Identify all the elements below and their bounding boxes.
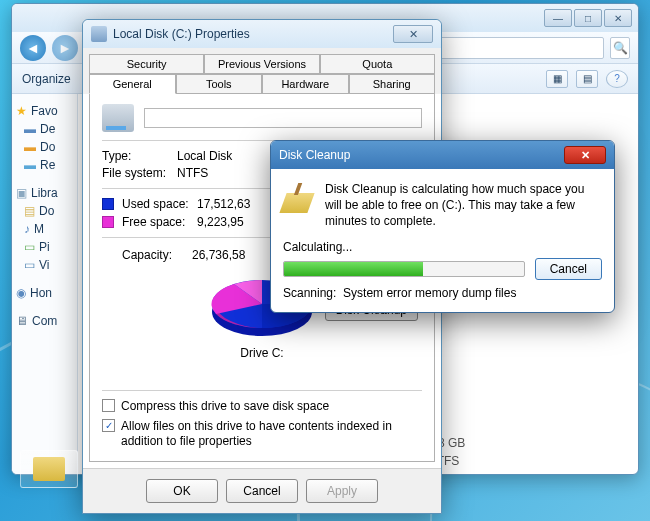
apply-button[interactable]: Apply: [306, 479, 378, 503]
sidebar-item-documents[interactable]: ▤Do: [16, 202, 73, 220]
scanning-label: Scanning:: [283, 286, 336, 300]
scanning-value: System error memory dump files: [343, 286, 516, 300]
cleanup-title: Disk Cleanup: [279, 148, 564, 162]
properties-tabs: Security Previous Versions Quota General…: [83, 48, 441, 94]
sidebar-item-desktop[interactable]: ▬De: [16, 120, 73, 138]
sidebar-item-music[interactable]: ♪M: [16, 220, 73, 238]
progress-bar: [283, 261, 525, 277]
documents-icon: ▤: [24, 204, 35, 218]
sidebar-item-videos[interactable]: ▭Vi: [16, 256, 73, 274]
type-label: Type:: [102, 149, 177, 163]
properties-close-button[interactable]: ✕: [393, 25, 433, 43]
organize-menu[interactable]: Organize: [22, 72, 71, 86]
sidebar-item-downloads[interactable]: ▬Do: [16, 138, 73, 156]
tab-security[interactable]: Security: [89, 54, 204, 74]
libraries-icon: ▣: [16, 186, 27, 200]
minimize-button[interactable]: —: [544, 9, 572, 27]
music-icon: ♪: [24, 222, 30, 236]
pictures-icon: ▭: [24, 240, 35, 254]
search-icon[interactable]: 🔍: [610, 37, 630, 59]
compress-checkbox[interactable]: [102, 399, 115, 412]
calculating-label: Calculating...: [283, 240, 602, 254]
tab-sharing[interactable]: Sharing: [349, 74, 436, 94]
free-swatch: [102, 216, 114, 228]
sidebar-item-recent[interactable]: ▬Re: [16, 156, 73, 174]
capacity-label: Capacity:: [102, 248, 192, 262]
sidebar-item-pictures[interactable]: ▭Pi: [16, 238, 73, 256]
used-label: Used space:: [122, 197, 197, 211]
fs-label: File system:: [102, 166, 177, 180]
view-icon[interactable]: ▦: [546, 70, 568, 88]
videos-icon: ▭: [24, 258, 35, 272]
disk-cleanup-dialog: Disk Cleanup ✕ Disk Cleanup is calculati…: [270, 140, 615, 313]
drive-name-input[interactable]: [144, 108, 422, 128]
cleanup-message: Disk Cleanup is calculating how much spa…: [325, 181, 602, 230]
drive-label: Drive C:: [240, 346, 283, 360]
tab-hardware[interactable]: Hardware: [262, 74, 349, 94]
sidebar-computer[interactable]: 🖥Com: [16, 312, 73, 330]
cleanup-cancel-button[interactable]: Cancel: [535, 258, 602, 280]
compress-label: Compress this drive to save disk space: [121, 399, 329, 415]
computer-icon: 🖥: [16, 314, 28, 328]
cancel-button[interactable]: Cancel: [226, 479, 298, 503]
folder-icon: [33, 457, 65, 481]
help-icon[interactable]: ?: [606, 70, 628, 88]
sidebar-homegroup[interactable]: ◉Hon: [16, 284, 73, 302]
taskbar-explorer-button[interactable]: [20, 450, 78, 488]
sidebar-libraries[interactable]: ▣Libra: [16, 184, 73, 202]
star-icon: ★: [16, 104, 27, 118]
sidebar-favorites[interactable]: ★Favo: [16, 102, 73, 120]
drive-icon: [102, 104, 134, 132]
tab-quota[interactable]: Quota: [320, 54, 435, 74]
preview-icon[interactable]: ▤: [576, 70, 598, 88]
ok-button[interactable]: OK: [146, 479, 218, 503]
disk-fs-label: NTFS: [428, 452, 628, 470]
index-checkbox[interactable]: ✓: [102, 419, 115, 432]
close-button[interactable]: ✕: [604, 9, 632, 27]
used-swatch: [102, 198, 114, 210]
properties-title: Local Disk (C:) Properties: [113, 27, 393, 41]
index-label: Allow files on this drive to have conten…: [121, 419, 422, 450]
cleanup-titlebar: Disk Cleanup ✕: [271, 141, 614, 169]
properties-titlebar: Local Disk (C:) Properties ✕: [83, 20, 441, 48]
recent-icon: ▬: [24, 158, 36, 172]
back-button[interactable]: ◄: [20, 35, 46, 61]
disk-free-label: 4.8 GB: [428, 434, 628, 452]
maximize-button[interactable]: □: [574, 9, 602, 27]
drive-icon: [91, 26, 107, 42]
tab-tools[interactable]: Tools: [176, 74, 263, 94]
downloads-icon: ▬: [24, 140, 36, 154]
explorer-sidebar: ★Favo ▬De ▬Do ▬Re ▣Libra ▤Do ♪M ▭Pi ▭Vi …: [12, 94, 78, 474]
homegroup-icon: ◉: [16, 286, 26, 300]
desktop-icon: ▬: [24, 122, 36, 136]
tab-previous-versions[interactable]: Previous Versions: [204, 54, 319, 74]
free-label: Free space:: [122, 215, 197, 229]
properties-button-row: OK Cancel Apply: [83, 468, 441, 513]
forward-button[interactable]: ►: [52, 35, 78, 61]
broom-icon: [283, 181, 315, 213]
cleanup-close-button[interactable]: ✕: [564, 146, 606, 164]
tab-general[interactable]: General: [89, 74, 176, 94]
